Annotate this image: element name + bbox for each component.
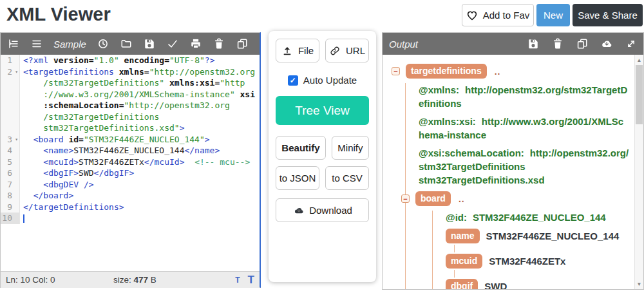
editor-line[interactable]: ▾/stm32TargetDefinitions [1,111,260,123]
minify-button[interactable]: Minify [332,136,369,160]
line-number: 10▾ [1,213,20,224]
beautify-button[interactable]: Beautify [276,136,326,160]
increase-font-button[interactable]: T [248,274,254,287]
line-number: 7▾ [1,179,20,191]
copy-icon[interactable] [576,38,588,50]
upload-icon [281,44,294,57]
tree-attribute: @xmlns:xsi:http://www.w3.org/2001/XMLSch… [419,115,629,142]
new-button[interactable]: New [536,4,570,26]
editor-line[interactable]: 1▾<?xml version="1.0" encoding="UTF-8"?> [1,55,260,66]
editor-line[interactable]: ▾://www.w3.org/2001/XMLSchema-instance" … [1,89,260,100]
trash-icon[interactable] [551,38,564,50]
tree-node-badge[interactable]: board [415,191,451,206]
collapse-toggle-icon[interactable]: − [392,67,400,75]
cloud-download-icon[interactable] [600,38,612,50]
tree-node: mcuidSTM32F446ZETx [446,254,629,269]
scrollbar-thumb[interactable] [636,65,643,124]
editor-line[interactable]: 7▾ <dbgDEV /> [1,179,260,191]
history-icon[interactable] [97,38,109,50]
line-number: 8▾ [1,190,20,202]
scroll-up-arrow[interactable]: ▲ [635,55,643,64]
sample-link[interactable]: Sample [53,39,86,50]
output-tree: −targetdefinitions..@xmlns:http://openst… [383,55,634,289]
check-icon[interactable] [167,38,179,50]
size-indicator: size: 477 B [113,275,156,285]
tree-node-value: STM32F446ZETx [489,256,565,267]
tree-node: −board.. [419,191,629,206]
editor-line[interactable]: 5▾ <mcuId>STM32F446ZETx</mcuId> <!-- mcu… [1,156,260,168]
add-to-fav-label: Add to Fav [483,10,530,21]
link-icon [329,44,341,57]
page-title: XML Viewer [6,4,111,25]
editor-line[interactable]: 2▾<targetDefinitions xmlns="http://opens… [1,66,260,78]
output-scrollbar[interactable]: ▲ ▼ [634,55,643,289]
editor-panel: Sample 1▾<?xml version="1.0" encoding="U… [0,32,261,288]
add-to-fav-button[interactable]: Add to Fav [462,4,534,26]
fold-toggle[interactable]: 2▾ [1,66,20,78]
indent-icon[interactable] [7,38,19,50]
file-button[interactable]: File [276,39,319,62]
tree-node: dbgifSWD [446,279,629,289]
tree-attribute: @id:STM32F446ZE_NUCLEO_144 [446,211,629,224]
tree-connector [454,245,629,252]
save-icon[interactable] [527,38,539,50]
code-editor[interactable]: 1▾<?xml version="1.0" encoding="UTF-8"?>… [1,55,260,271]
tree-node-value: SWD [484,281,507,289]
editor-line[interactable]: 8▾ </board> [1,190,260,202]
converter-card: File URL ✓ Auto Update Tree View Beautif… [269,31,376,282]
editor-line[interactable]: 4▾ <name>STM32F446ZE_NUCLEO_144</name> [1,145,260,156]
output-title: Output [389,39,418,50]
editor-line[interactable]: ▾stm32TargetDefinitions.xsd"> [1,122,260,134]
scroll-down-arrow[interactable]: ▼ [635,279,643,288]
trash-icon[interactable] [213,38,225,50]
save-icon[interactable] [144,38,156,50]
editor-line[interactable]: 3▾ <board id="STM32F446ZE_NUCLEO_144"> [1,134,260,146]
editor-line[interactable]: 9▾</targetDefinitions> [1,202,260,213]
folder-open-icon[interactable] [120,38,133,50]
tree-node: nameSTM32F446ZE_NUCLEO_144 [446,229,629,243]
tree-connector [454,270,629,278]
editor-line[interactable]: ▾/stm32TargetDefinitions" xmlns:xsi="htt… [1,77,260,89]
line-number: ▾ [1,77,20,89]
tree-node-badge[interactable]: dbgif [446,279,478,289]
tree-attribute: @xmlns:http://openstm32.org/stm32TargetD… [419,83,629,110]
align-lines-icon[interactable] [30,38,43,50]
tree-attribute: @xsi:schemaLocation:http://openstm32.org… [419,146,629,187]
save-share-button[interactable]: Save & Share [573,4,643,26]
output-panel: Output −targetdefinitions..@xmlns:http:/… [382,32,644,290]
line-number: 5▾ [1,156,20,168]
auto-update-checkbox[interactable]: ✓ [288,75,298,86]
expand-icon[interactable] [625,38,637,50]
heart-icon [466,9,478,21]
line-number: 4▾ [1,145,20,156]
tree-node-badge[interactable]: name [446,229,480,243]
editor-line[interactable]: 6▾ <dbgIF>SWD</dbgIF> [1,167,260,179]
to-csv-button[interactable]: to CSV [325,166,369,190]
tree-node-badge[interactable]: mcuid [446,254,482,269]
collapsed-preview-dots[interactable]: .. [459,194,465,204]
line-number: ▾ [1,111,20,123]
editor-line[interactable]: 10▾ [1,213,260,224]
fold-toggle[interactable]: 3▾ [1,134,20,146]
download-button[interactable]: Download [276,198,369,222]
line-number: 9▾ [1,202,20,213]
line-number: ▾ [1,122,20,134]
output-toolbar: Output [383,33,643,55]
line-number: 6▾ [1,167,20,179]
editor-status-bar: Ln: 10 Col: 0 size: 477 B T T [1,271,260,288]
editor-line[interactable]: ▾:schemaLocation="http://openstm32.org [1,100,260,111]
text-caret [23,214,24,223]
line-col-indicator: Ln: 10 Col: 0 [6,275,55,285]
print-icon[interactable] [190,38,202,50]
url-button[interactable]: URL [325,39,369,62]
tree-view-button[interactable]: Tree View [276,96,369,125]
decrease-font-button[interactable]: T [235,276,240,285]
collapse-toggle-icon[interactable]: − [401,194,410,203]
cloud-download-icon [292,204,305,216]
tree-node-badge[interactable]: targetdefinitions [406,64,487,79]
collapsed-preview-dots[interactable]: .. [495,66,501,77]
to-json-button[interactable]: to JSON [276,166,319,190]
tree-node-value: STM32F446ZE_NUCLEO_144 [486,231,620,241]
line-number: ▾ [1,100,20,111]
copy-icon[interactable] [236,38,249,50]
